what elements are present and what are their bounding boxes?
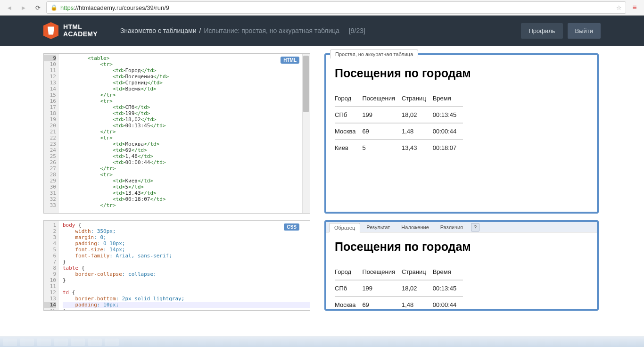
html-editor[interactable]: HTML 91011121314151617181920212223242526…: [43, 53, 310, 214]
reference-title: Посещения по городам: [335, 240, 588, 254]
logo[interactable]: HTML ACADEMY: [43, 22, 98, 39]
table-row: Москва691,4800:00:44: [335, 297, 463, 313]
preview-title: Посещения по городам: [335, 66, 588, 80]
taskbar-item[interactable]: [37, 339, 51, 346]
breadcrumb-course[interactable]: Знакомство с таблицами: [120, 27, 197, 34]
reload-icon[interactable]: ⟳: [32, 2, 43, 13]
breadcrumb-task: Испытание: простая, но аккуратная таблиц…: [204, 27, 339, 34]
tab-overlay[interactable]: Наложение: [396, 223, 434, 232]
compare-tabs: Образец Результат Наложение Различия ?: [326, 222, 597, 232]
reference-table: ГородПосещенияСтраницВремяСПб19918,0200:…: [335, 264, 463, 313]
taskbar-item[interactable]: [71, 339, 85, 346]
tab-reference[interactable]: Образец: [329, 223, 360, 232]
workspace: HTML 91011121314151617181920212223242526…: [0, 46, 644, 311]
css-badge: CSS: [284, 223, 299, 231]
breadcrumb: Знакомство с таблицами / Испытание: прос…: [120, 27, 365, 34]
tab-result[interactable]: Результат: [361, 223, 395, 232]
back-icon[interactable]: ◄: [4, 2, 15, 13]
os-taskbar[interactable]: [0, 337, 644, 347]
logo-text: HTML ACADEMY: [63, 24, 98, 37]
reference-preview: Образец Результат Наложение Различия ? П…: [324, 220, 599, 311]
tab-diff[interactable]: Различия: [435, 223, 468, 232]
table-row: СПб19918,0200:13:45: [335, 107, 463, 123]
taskbar-item[interactable]: [54, 339, 68, 346]
profile-button[interactable]: Профиль: [521, 23, 562, 39]
url-scheme: https: [60, 4, 74, 11]
url-path: ://htmlacademy.ru/courses/39/run/9: [74, 4, 169, 11]
html-gutter: 9101112131415161718192021222324252627282…: [44, 54, 59, 213]
forward-icon[interactable]: ►: [18, 2, 29, 13]
html-badge: HTML: [281, 57, 299, 64]
url-bar[interactable]: 🔒 https://htmlacademy.ru/courses/39/run/…: [46, 1, 626, 14]
result-preview: Простая, но аккуратная таблица Посещения…: [324, 53, 599, 214]
table-row: Москва691,4800:00:44: [335, 123, 463, 140]
preview-tab[interactable]: Простая, но аккуратная таблица: [330, 50, 418, 58]
html-code[interactable]: <table> <tr> <td>Город</td> <td>Посещени…: [59, 54, 310, 213]
preview-table: ГородПосещенияСтраницВремяСПб19918,0200:…: [335, 91, 463, 156]
taskbar-item[interactable]: [105, 339, 119, 346]
css-gutter: 123456789101112131415: [44, 221, 59, 310]
taskbar-item[interactable]: [3, 339, 17, 346]
taskbar-item[interactable]: [20, 339, 34, 346]
bookmark-star-icon[interactable]: ☆: [616, 4, 622, 11]
css-editor[interactable]: CSS 123456789101112131415 body { width: …: [43, 220, 310, 311]
logo-mark-icon: [43, 22, 58, 39]
lock-icon: 🔒: [50, 4, 58, 11]
browser-menu-icon[interactable]: ≡: [629, 3, 640, 12]
css-code[interactable]: body { width: 350px; margin: 0; padding:…: [59, 221, 310, 310]
taskbar-item[interactable]: [88, 339, 102, 346]
table-row: СПб19918,0200:13:45: [335, 280, 463, 297]
html-scrollbar[interactable]: [302, 54, 310, 213]
table-row: Киев513,4300:18:07: [335, 140, 463, 156]
logout-button[interactable]: Выйти: [568, 23, 601, 39]
site-header: HTML ACADEMY Знакомство с таблицами / Ис…: [0, 16, 644, 46]
breadcrumb-position: [9/23]: [349, 27, 365, 34]
help-button[interactable]: ?: [471, 223, 479, 231]
browser-toolbar: ◄ ► ⟳ 🔒 https://htmlacademy.ru/courses/3…: [0, 0, 644, 16]
